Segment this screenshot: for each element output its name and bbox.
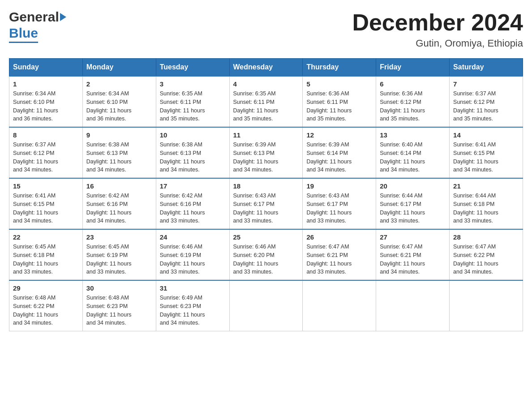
day-number: 19 [306,182,372,190]
col-sunday: Sunday [9,59,83,77]
day-info: Sunrise: 6:40 AMSunset: 6:14 PMDaylight:… [380,141,425,173]
day-info: Sunrise: 6:48 AMSunset: 6:22 PMDaylight:… [13,295,58,326]
table-row: 11 Sunrise: 6:39 AMSunset: 6:13 PMDaylig… [229,127,303,178]
table-row: 26 Sunrise: 6:47 AMSunset: 6:21 PMDaylig… [303,229,376,280]
day-number: 3 [160,80,226,88]
table-row [376,280,450,331]
day-number: 23 [86,233,152,241]
table-row: 2 Sunrise: 6:34 AMSunset: 6:10 PMDayligh… [82,76,156,127]
col-monday: Monday [82,59,156,77]
day-number: 15 [13,182,79,190]
day-number: 26 [306,233,372,241]
day-number: 30 [86,284,152,292]
table-row: 22 Sunrise: 6:45 AMSunset: 6:18 PMDaylig… [9,229,83,280]
day-info: Sunrise: 6:41 AMSunset: 6:15 PMDaylight:… [453,141,498,173]
day-info: Sunrise: 6:37 AMSunset: 6:12 PMDaylight:… [453,90,498,122]
day-info: Sunrise: 6:47 AMSunset: 6:21 PMDaylight:… [380,244,425,275]
day-number: 2 [86,80,152,88]
day-info: Sunrise: 6:49 AMSunset: 6:23 PMDaylight:… [160,295,205,326]
table-row: 24 Sunrise: 6:46 AMSunset: 6:19 PMDaylig… [156,229,229,280]
day-info: Sunrise: 6:36 AMSunset: 6:11 PMDaylight:… [306,90,352,122]
logo: General Blue [9,9,67,43]
table-row [303,280,376,331]
day-info: Sunrise: 6:35 AMSunset: 6:11 PMDaylight:… [233,90,279,122]
day-info: Sunrise: 6:42 AMSunset: 6:16 PMDaylight:… [86,193,132,224]
day-number: 16 [86,182,152,190]
day-info: Sunrise: 6:38 AMSunset: 6:13 PMDaylight:… [86,141,132,173]
calendar-week-row: 15 Sunrise: 6:41 AMSunset: 6:15 PMDaylig… [9,178,523,229]
day-info: Sunrise: 6:48 AMSunset: 6:23 PMDaylight:… [86,295,132,326]
day-number: 24 [160,233,226,241]
calendar-header-row: Sunday Monday Tuesday Wednesday Thursday… [9,59,523,77]
table-row [450,280,523,331]
day-number: 7 [453,80,519,88]
table-row: 16 Sunrise: 6:42 AMSunset: 6:16 PMDaylig… [82,178,156,229]
day-info: Sunrise: 6:34 AMSunset: 6:10 PMDaylight:… [13,90,58,122]
table-row [229,280,303,331]
logo-text1: General [9,9,59,25]
col-thursday: Thursday [303,59,376,77]
day-info: Sunrise: 6:47 AMSunset: 6:21 PMDaylight:… [306,244,352,275]
table-row: 21 Sunrise: 6:44 AMSunset: 6:18 PMDaylig… [450,178,523,229]
page-header: General Blue December 2024 Gutin, Oromiy… [9,9,523,49]
day-number: 22 [13,233,79,241]
day-number: 1 [13,80,79,88]
table-row: 12 Sunrise: 6:39 AMSunset: 6:14 PMDaylig… [303,127,376,178]
table-row: 30 Sunrise: 6:48 AMSunset: 6:23 PMDaylig… [82,280,156,331]
day-number: 4 [233,80,299,88]
logo-blue-text2: Blue [9,25,38,43]
table-row: 29 Sunrise: 6:48 AMSunset: 6:22 PMDaylig… [9,280,83,331]
table-row: 6 Sunrise: 6:36 AMSunset: 6:12 PMDayligh… [376,76,450,127]
table-row: 20 Sunrise: 6:44 AMSunset: 6:17 PMDaylig… [376,178,450,229]
day-info: Sunrise: 6:46 AMSunset: 6:19 PMDaylight:… [160,244,205,275]
day-number: 29 [13,284,79,292]
col-saturday: Saturday [450,59,523,77]
table-row: 17 Sunrise: 6:42 AMSunset: 6:16 PMDaylig… [156,178,229,229]
day-info: Sunrise: 6:36 AMSunset: 6:12 PMDaylight:… [380,90,425,122]
table-row: 27 Sunrise: 6:47 AMSunset: 6:21 PMDaylig… [376,229,450,280]
day-number: 17 [160,182,226,190]
day-number: 25 [233,233,299,241]
day-number: 14 [453,131,519,139]
calendar-week-row: 8 Sunrise: 6:37 AMSunset: 6:12 PMDayligh… [9,127,523,178]
day-info: Sunrise: 6:46 AMSunset: 6:20 PMDaylight:… [233,244,279,275]
table-row: 1 Sunrise: 6:34 AMSunset: 6:10 PMDayligh… [9,76,83,127]
table-row: 18 Sunrise: 6:43 AMSunset: 6:17 PMDaylig… [229,178,303,229]
calendar-table: Sunday Monday Tuesday Wednesday Thursday… [9,58,523,331]
table-row: 14 Sunrise: 6:41 AMSunset: 6:15 PMDaylig… [450,127,523,178]
logo-arrow-icon [60,13,66,21]
day-number: 11 [233,131,299,139]
day-info: Sunrise: 6:35 AMSunset: 6:11 PMDaylight:… [160,90,205,122]
day-number: 31 [160,284,226,292]
day-info: Sunrise: 6:42 AMSunset: 6:16 PMDaylight:… [160,193,205,224]
table-row: 7 Sunrise: 6:37 AMSunset: 6:12 PMDayligh… [450,76,523,127]
day-info: Sunrise: 6:38 AMSunset: 6:13 PMDaylight:… [160,141,205,173]
day-number: 21 [453,182,519,190]
table-row: 25 Sunrise: 6:46 AMSunset: 6:20 PMDaylig… [229,229,303,280]
col-tuesday: Tuesday [156,59,229,77]
col-wednesday: Wednesday [229,59,303,77]
day-number: 28 [453,233,519,241]
day-number: 5 [306,80,372,88]
day-info: Sunrise: 6:37 AMSunset: 6:12 PMDaylight:… [13,141,58,173]
day-info: Sunrise: 6:43 AMSunset: 6:17 PMDaylight:… [306,193,352,224]
day-number: 10 [160,131,226,139]
day-number: 18 [233,182,299,190]
table-row: 13 Sunrise: 6:40 AMSunset: 6:14 PMDaylig… [376,127,450,178]
day-info: Sunrise: 6:39 AMSunset: 6:13 PMDaylight:… [233,141,279,173]
day-info: Sunrise: 6:39 AMSunset: 6:14 PMDaylight:… [306,141,352,173]
table-row: 9 Sunrise: 6:38 AMSunset: 6:13 PMDayligh… [82,127,156,178]
day-number: 13 [380,131,446,139]
day-number: 27 [380,233,446,241]
day-number: 6 [380,80,446,88]
day-number: 9 [86,131,152,139]
table-row: 31 Sunrise: 6:49 AMSunset: 6:23 PMDaylig… [156,280,229,331]
table-row: 4 Sunrise: 6:35 AMSunset: 6:11 PMDayligh… [229,76,303,127]
day-info: Sunrise: 6:43 AMSunset: 6:17 PMDaylight:… [233,193,279,224]
day-info: Sunrise: 6:41 AMSunset: 6:15 PMDaylight:… [13,193,58,224]
col-friday: Friday [376,59,450,77]
day-info: Sunrise: 6:44 AMSunset: 6:18 PMDaylight:… [453,193,498,224]
table-row: 3 Sunrise: 6:35 AMSunset: 6:11 PMDayligh… [156,76,229,127]
calendar-week-row: 1 Sunrise: 6:34 AMSunset: 6:10 PMDayligh… [9,76,523,127]
title-block: December 2024 Gutin, Oromiya, Ethiopia [352,9,523,49]
